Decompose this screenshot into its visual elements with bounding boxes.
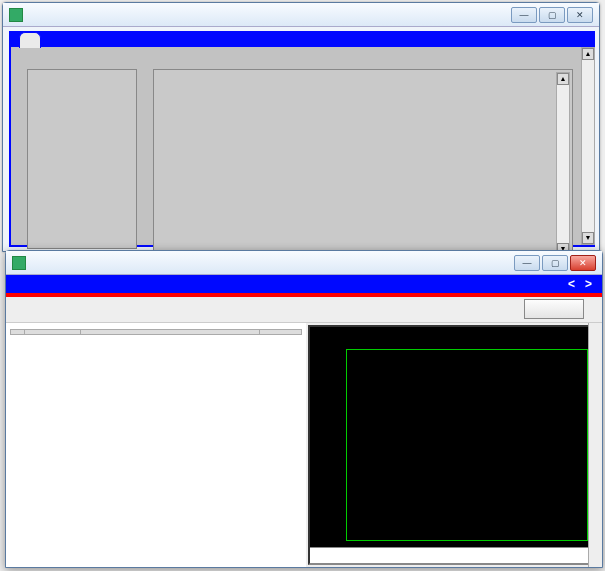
- app-icon: [9, 8, 23, 22]
- scroll-down-button[interactable]: ▼: [582, 232, 594, 244]
- maximize-button[interactable]: ▢: [542, 255, 568, 271]
- app-icon: [12, 256, 26, 270]
- equipment-table: [10, 329, 302, 335]
- run-button[interactable]: [524, 299, 584, 319]
- scroll-up-button[interactable]: ▲: [557, 73, 569, 85]
- window-scrollbar[interactable]: [588, 323, 602, 567]
- chart-box: [308, 325, 598, 565]
- close-button[interactable]: ✕: [567, 7, 593, 23]
- right-equipment-group: ▲ ▼: [153, 69, 573, 259]
- chart-title: [310, 327, 596, 329]
- table-pane: [6, 323, 306, 567]
- minimize-button[interactable]: —: [511, 7, 537, 23]
- tab-systeme[interactable]: [19, 32, 41, 48]
- panel-scrollbar[interactable]: ▲ ▼: [581, 47, 595, 245]
- system-panel: ▲ ▼ ▲ ▼: [9, 31, 595, 247]
- window-cs-sim: — ▢ ✕ < >: [5, 250, 603, 568]
- chart-xlabel: [310, 547, 596, 563]
- nav-bar: < >: [6, 275, 602, 293]
- left-equipment-group: [27, 69, 137, 249]
- titlebar[interactable]: — ▢ ✕: [6, 251, 602, 275]
- col-images: [25, 330, 81, 335]
- info-row: [6, 297, 602, 323]
- col-rownum: [11, 330, 25, 335]
- col-designation: [81, 330, 260, 335]
- maximize-button[interactable]: ▢: [539, 7, 565, 23]
- nav-next-icon[interactable]: >: [585, 277, 592, 291]
- close-button[interactable]: ✕: [570, 255, 596, 271]
- titlebar[interactable]: — ▢ ✕: [3, 3, 599, 27]
- scrollbar-vertical[interactable]: ▲ ▼: [556, 72, 570, 256]
- col-etat: [260, 330, 302, 335]
- minimize-button[interactable]: —: [514, 255, 540, 271]
- nav-prev-icon[interactable]: <: [568, 277, 575, 291]
- panel-body: ▲ ▼ ▲ ▼: [11, 47, 593, 245]
- scroll-up-button[interactable]: ▲: [582, 48, 594, 60]
- window-groupe-electrogene: — ▢ ✕ ▲ ▼ ▲ ▼: [2, 2, 600, 252]
- main-content: [6, 323, 602, 567]
- plot-area: [346, 349, 588, 541]
- chart-pane: [306, 323, 602, 567]
